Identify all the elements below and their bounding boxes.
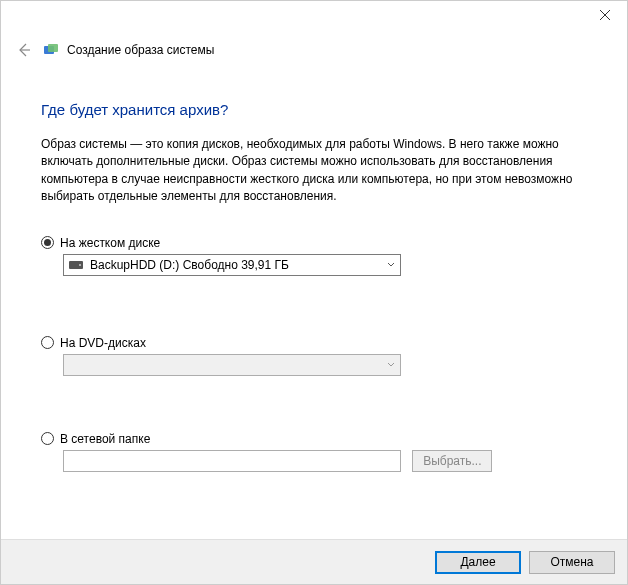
hdd-drive-selected-text: BackupHDD (D:) Свободно 39,91 ГБ: [90, 258, 382, 272]
wizard-header: Создание образа системы: [1, 31, 627, 69]
option-network: В сетевой папке Выбрать...: [41, 432, 587, 472]
wizard-window: Создание образа системы Где будет хранит…: [0, 0, 628, 585]
radio-dvd-indicator: [41, 336, 54, 349]
chevron-down-icon: [382, 255, 400, 275]
titlebar: [1, 1, 627, 31]
radio-network-indicator: [41, 432, 54, 445]
page-heading: Где будет хранится архив?: [41, 101, 587, 118]
option-dvd: На DVD-дисках: [41, 336, 587, 376]
svg-rect-4: [48, 44, 58, 52]
wizard-title: Создание образа системы: [67, 43, 214, 57]
page-description: Образ системы — это копия дисков, необхо…: [41, 136, 587, 206]
radio-network[interactable]: В сетевой папке: [41, 432, 587, 446]
next-button[interactable]: Далее: [435, 551, 521, 574]
radio-hdd[interactable]: На жестком диске: [41, 236, 587, 250]
wizard-footer: Далее Отмена: [1, 539, 627, 584]
dvd-drive-select: [63, 354, 401, 376]
radio-hdd-indicator: [41, 236, 54, 249]
cancel-button[interactable]: Отмена: [529, 551, 615, 574]
chevron-down-icon: [382, 355, 400, 375]
hard-drive-icon: [68, 257, 84, 273]
option-hdd: На жестком диске BackupHDD (D:) Свободно…: [41, 236, 587, 276]
svg-point-6: [79, 264, 81, 266]
radio-dvd-label: На DVD-дисках: [60, 336, 146, 350]
back-button[interactable]: [13, 39, 35, 61]
system-image-icon: [43, 42, 59, 58]
radio-network-label: В сетевой папке: [60, 432, 150, 446]
close-icon: [600, 10, 610, 20]
radio-dvd[interactable]: На DVD-дисках: [41, 336, 587, 350]
wizard-content: Где будет хранится архив? Образ системы …: [1, 69, 627, 539]
network-path-input[interactable]: [63, 450, 401, 472]
back-arrow-icon: [16, 42, 32, 58]
hdd-drive-select[interactable]: BackupHDD (D:) Свободно 39,91 ГБ: [63, 254, 401, 276]
browse-button: Выбрать...: [412, 450, 492, 472]
close-button[interactable]: [582, 1, 627, 29]
radio-hdd-label: На жестком диске: [60, 236, 160, 250]
